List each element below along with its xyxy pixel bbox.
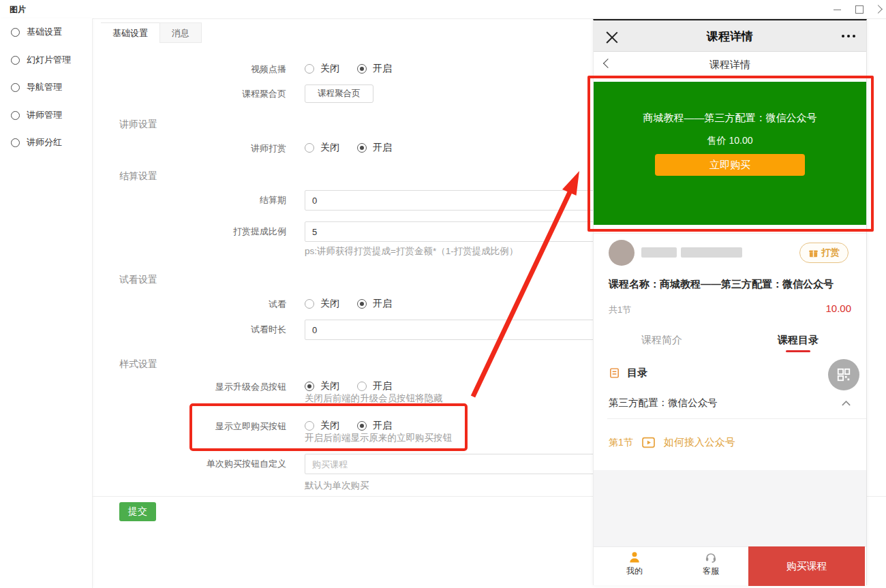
field-show-buy-button: 显示立即购买按钮 关闭 开启 — [92, 420, 410, 433]
section-style-settings: 样式设置 — [119, 358, 157, 371]
bottom-tab-mine[interactable]: 我的 — [613, 551, 656, 577]
radio-on[interactable]: 开启 — [357, 142, 392, 154]
field-label: 课程聚合页 — [92, 84, 286, 103]
app-window: 图片 基础设置 幻灯片管理 导航管理 讲师管理 讲师分红 基础设置 消息 视频点… — [0, 0, 886, 588]
reward-commission-help: ps:讲师获得打赏提成=打赏金额*（1-打赏提成比例） — [305, 245, 518, 258]
page-title: 课程详情 — [594, 59, 866, 72]
radio-circle-icon — [11, 56, 20, 65]
author-card: 打赏 — [594, 233, 866, 273]
radio-icon — [357, 421, 367, 431]
video-icon — [641, 437, 656, 448]
chevron-right-icon[interactable] — [872, 3, 885, 16]
chapter-row[interactable]: 第三方配置：微信公众号 — [609, 397, 851, 409]
sidebar-item-instructor-dividend[interactable]: 讲师分红 — [0, 129, 92, 156]
field-label: 打赏提成比例 — [92, 221, 286, 242]
trial-duration-input[interactable] — [305, 320, 618, 340]
radio-off[interactable]: 关闭 — [305, 298, 339, 310]
field-label: 显示升级会员按钮 — [92, 380, 286, 393]
field-label: 试看时长 — [92, 320, 286, 340]
sidebar-item-basic-settings[interactable]: 基础设置 — [0, 18, 92, 46]
section-settlement-settings: 结算设置 — [119, 170, 157, 183]
section-trial-settings: 试看设置 — [119, 274, 157, 286]
lesson-row[interactable]: 第1节 如何接入公众号 — [609, 436, 735, 449]
avatar — [609, 240, 635, 266]
radio-circle-icon — [11, 83, 20, 92]
window-titlebar: 图片 — [0, 0, 886, 19]
radio-on[interactable]: 开启 — [357, 298, 392, 310]
chapter-divider — [607, 418, 866, 419]
blurred-name-block — [681, 247, 742, 258]
minimize-icon[interactable] — [831, 3, 844, 16]
page-navbar: 课程详情 — [594, 52, 866, 78]
radio-off[interactable]: 关闭 — [305, 63, 339, 75]
section-instructor-settings: 讲师设置 — [119, 119, 157, 131]
radio-off[interactable]: 关闭 — [305, 420, 339, 432]
field-buy-button-custom: 单次购买按钮自定义 — [92, 454, 618, 474]
phone-preview: 课程详情 课程详情 商城教程——第三方配置：微信公众号 售价 10.00 立即购… — [593, 19, 867, 585]
buy-button-custom-input[interactable] — [305, 454, 618, 474]
purchase-course-button[interactable]: 购买课程 — [748, 546, 865, 586]
more-icon[interactable] — [842, 35, 855, 37]
field-settlement-period: 结算期 — [92, 190, 618, 211]
course-tabs: 课程简介 课程目录 — [594, 328, 866, 353]
reward-commission-input[interactable] — [305, 221, 618, 242]
wechat-header: 课程详情 — [594, 20, 866, 52]
phone-bottom-bar: 我的 客服 购买课程 — [594, 546, 866, 585]
radio-icon — [357, 299, 367, 309]
radio-icon — [305, 421, 314, 431]
content-filler — [594, 470, 866, 546]
radio-off[interactable]: 关闭 — [305, 380, 339, 392]
field-instructor-reward: 讲师打赏 关闭 开启 — [92, 142, 410, 155]
tab-course-catalog[interactable]: 课程目录 — [730, 334, 866, 347]
radio-circle-icon — [11, 28, 20, 37]
banner-price: 售价 10.00 — [594, 135, 866, 147]
radio-off[interactable]: 关闭 — [305, 142, 339, 154]
field-label: 视频点播 — [92, 63, 286, 76]
course-aggregation-button[interactable]: 课程聚合页 — [305, 84, 373, 103]
radio-on[interactable]: 开启 — [357, 380, 392, 392]
headset-icon — [704, 551, 718, 564]
settlement-period-input[interactable] — [305, 190, 618, 211]
field-show-upgrade-button: 显示升级会员按钮 关闭 开启 — [92, 380, 410, 393]
field-trial: 试看 关闭 开启 — [92, 298, 410, 311]
sidebar-item-navigation[interactable]: 导航管理 — [0, 74, 92, 101]
sidebar: 基础设置 幻灯片管理 导航管理 讲师管理 讲师分红 — [0, 18, 93, 588]
radio-icon — [357, 382, 367, 391]
radio-on[interactable]: 开启 — [357, 63, 392, 75]
field-label: 讲师打赏 — [92, 142, 286, 155]
radio-circle-icon — [11, 111, 20, 120]
field-trial-duration: 试看时长 — [92, 320, 618, 340]
maximize-icon[interactable] — [853, 3, 866, 16]
field-label: 试看 — [92, 298, 286, 311]
course-banner: 商城教程——第三方配置：微信公众号 售价 10.00 立即购买 — [594, 82, 866, 225]
field-label: 结算期 — [92, 190, 286, 211]
qr-code-button[interactable] — [828, 359, 859, 390]
field-label: 单次购买按钮自定义 — [92, 454, 286, 474]
radio-icon — [357, 143, 367, 153]
qr-code-icon — [836, 367, 851, 382]
submit-button[interactable]: 提交 — [119, 502, 156, 521]
sidebar-item-instructors[interactable]: 讲师管理 — [0, 102, 92, 129]
radio-on[interactable]: 开启 — [357, 420, 392, 432]
field-video-on-demand: 视频点播 关闭 开启 — [92, 63, 410, 76]
gift-icon — [808, 248, 819, 258]
tab-basic-settings[interactable]: 基础设置 — [101, 22, 159, 43]
person-icon — [628, 551, 641, 564]
document-icon — [609, 367, 620, 379]
radio-circle-icon — [11, 138, 20, 147]
tab-course-intro[interactable]: 课程简介 — [594, 334, 730, 347]
buy-now-button[interactable]: 立即购买 — [655, 154, 805, 176]
bottom-tab-service[interactable]: 客服 — [689, 551, 733, 577]
tab-messages[interactable]: 消息 — [159, 22, 202, 43]
radio-icon — [305, 299, 314, 309]
radio-icon — [357, 64, 367, 74]
lesson-count: 共1节 — [609, 304, 631, 316]
active-tab-underline — [786, 350, 810, 352]
wechat-header-title: 课程详情 — [594, 29, 866, 44]
buy-button-custom-help: 默认为单次购买 — [305, 480, 369, 492]
radio-icon — [305, 382, 314, 391]
settings-tabs: 基础设置 消息 — [101, 22, 202, 43]
sidebar-item-slides[interactable]: 幻灯片管理 — [0, 46, 92, 74]
reward-button[interactable]: 打赏 — [799, 243, 849, 263]
show-buy-help: 开启后前端显示原来的立即购买按钮 — [305, 432, 452, 444]
